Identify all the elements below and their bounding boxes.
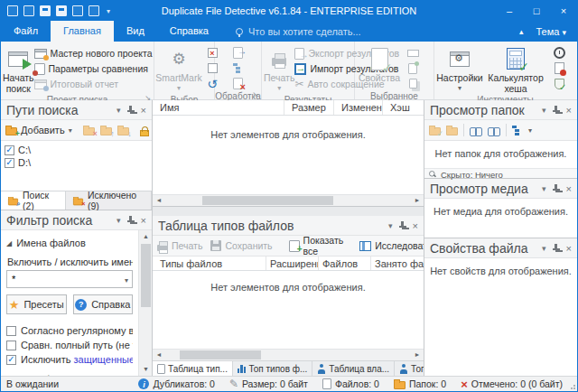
error-log-button[interactable] <box>551 61 567 75</box>
horizontal-splitter[interactable] <box>153 207 424 216</box>
exclude-protected-checkbox-row[interactable]: Исключить защищенные типы файлов <box>6 352 133 367</box>
panel-menu-icon[interactable]: ▾ <box>542 106 546 115</box>
new-project-icon[interactable] <box>7 5 18 16</box>
filetype-save-button[interactable]: Сохранить <box>210 240 272 251</box>
pattern-input[interactable] <box>7 271 132 287</box>
close-panel-icon[interactable]: × <box>141 105 146 116</box>
pattern-combo[interactable]: ▾ <box>6 270 133 288</box>
print-icon[interactable] <box>72 5 83 16</box>
file-actions-button[interactable] <box>230 61 247 75</box>
folder-check-icon[interactable]: ✓ <box>429 127 441 135</box>
path-checkbox[interactable] <box>5 158 14 168</box>
help-button[interactable]: ? Справка <box>73 294 134 314</box>
section-file-names[interactable]: ◢ Имена файлов <box>6 235 133 251</box>
minimize-button[interactable]: – <box>496 1 523 21</box>
move-path-up-icon[interactable]: ↑ <box>100 127 112 135</box>
scrollbar-thumb[interactable] <box>141 244 151 307</box>
find-icon[interactable] <box>470 127 482 135</box>
panel-menu-icon[interactable]: ▾ <box>117 106 121 115</box>
start-search-button[interactable]: Начать поиск <box>3 44 34 94</box>
tab-owner-table[interactable]: Таблица вла... <box>312 361 395 376</box>
show-all-button[interactable]: + Показать все <box>289 235 344 257</box>
delete-files-button[interactable]: × <box>230 77 247 90</box>
path-row[interactable]: C:\ <box>5 144 148 156</box>
pin-icon[interactable] <box>553 244 560 252</box>
processing-dialog-launcher[interactable]: ↘ <box>252 89 258 101</box>
smartmark-button[interactable]: ⚙ SmartMark ▾ <box>156 44 201 94</box>
close-panel-icon[interactable]: × <box>413 220 418 231</box>
hash-calculator-button[interactable]: ✓ Калькулятор хеша <box>483 44 548 94</box>
close-button[interactable]: × <box>550 1 577 21</box>
close-panel-icon[interactable]: × <box>566 105 572 116</box>
column-file-types[interactable]: Типы файлов <box>153 257 266 270</box>
protected-types-link[interactable]: защищенные типы файлов <box>73 354 133 365</box>
panel-menu-icon[interactable]: ▾ <box>388 221 393 230</box>
fullpath-checkbox-row[interactable]: Сравн. полный путь (не только имя) <box>6 338 133 352</box>
summary-report-button[interactable]: Итоговый отчет <box>34 77 153 91</box>
move-path-down-icon[interactable]: ↓ <box>117 127 129 135</box>
close-panel-icon[interactable]: × <box>566 243 572 254</box>
print-results-button[interactable]: Печать ▾ <box>264 44 294 94</box>
remove-path-icon[interactable]: × <box>83 127 95 135</box>
move-files-button[interactable]: → <box>230 46 247 60</box>
exclude-protected-checkbox[interactable] <box>6 355 16 365</box>
pin-icon[interactable] <box>553 106 560 114</box>
tab-file[interactable]: Файл <box>1 21 51 42</box>
new-project-wizard-button[interactable]: Мастер нового проекта <box>34 46 153 61</box>
results-hscrollbar[interactable]: ◄ ► <box>153 194 424 206</box>
column-occupied[interactable]: Занято файлами <box>371 257 424 270</box>
regex-checkbox[interactable] <box>6 326 16 336</box>
combo-caret-icon[interactable]: ▾ <box>125 276 128 285</box>
close-panel-icon[interactable]: × <box>141 215 146 226</box>
resize-grip[interactable] <box>568 382 575 389</box>
open-project-icon[interactable] <box>23 5 34 16</box>
copy-path-button[interactable] <box>405 77 421 90</box>
fullpath-checkbox[interactable] <box>6 341 16 350</box>
maximize-button[interactable]: □ <box>523 1 550 21</box>
find-next-icon[interactable] <box>488 127 500 135</box>
panel-menu-icon[interactable]: ▾ <box>117 216 121 225</box>
column-modified[interactable]: Изменено <box>334 100 383 115</box>
tab-filetype-table[interactable]: Таблица тип... <box>153 361 233 376</box>
filter-scrollbar[interactable]: ▲ ▼ <box>138 230 152 376</box>
rename-button[interactable] <box>405 46 421 60</box>
column-extension[interactable]: Расширение <box>266 257 319 270</box>
open-file-button[interactable] <box>405 61 421 75</box>
collapse-ribbon-icon[interactable]: ▴ <box>519 27 524 36</box>
scrollbar-thumb[interactable] <box>202 196 333 205</box>
pin-icon[interactable] <box>127 216 135 224</box>
tab-excluded-paths[interactable]: × Исключено (9) <box>66 191 152 210</box>
properties-button[interactable]: ✓ Свойства <box>357 44 402 90</box>
tree-view-caret[interactable]: ▾ <box>528 126 532 135</box>
pin-icon[interactable] <box>127 106 135 114</box>
settings-button[interactable]: ⚙ Настройки ▾ <box>436 44 483 94</box>
pin-icon[interactable] <box>553 184 560 192</box>
tree-view-icon[interactable] <box>512 126 523 135</box>
explore-button[interactable]: Исследовать <box>359 240 432 251</box>
panel-menu-icon[interactable]: ▾ <box>542 244 546 253</box>
save-icon[interactable] <box>40 5 51 16</box>
folder-uncheck-icon[interactable] <box>446 127 458 135</box>
close-panel-icon[interactable]: × <box>566 183 572 194</box>
filetype-hscrollbar[interactable]: ◄ ► <box>153 349 424 360</box>
tell-me-search[interactable]: Что вы хотите сделать... <box>236 21 361 42</box>
column-hash[interactable]: Хэш <box>383 100 424 115</box>
column-files[interactable]: Файлов <box>319 257 371 270</box>
tab-top-types[interactable]: Топ типов ф... <box>233 361 312 376</box>
add-path-button[interactable]: + Добавить ▾ <box>5 125 72 135</box>
column-name[interactable]: Имя <box>153 100 284 115</box>
panel-menu-icon[interactable]: ▾ <box>542 184 546 193</box>
path-checkbox[interactable] <box>5 145 14 155</box>
path-row[interactable]: D:\ <box>5 156 148 169</box>
theme-menu[interactable]: Тема ▾ <box>536 26 567 37</box>
qat-customize-icon[interactable]: ▾ <box>107 7 110 15</box>
tab-view[interactable]: Вид <box>114 21 157 42</box>
column-size[interactable]: Размер <box>284 100 334 115</box>
protected-types-button[interactable] <box>551 77 567 90</box>
scrollbar-thumb[interactable] <box>180 350 261 359</box>
filetype-print-button[interactable]: Печать <box>157 240 202 251</box>
presets-button[interactable]: ★ Пресеты <box>6 294 67 314</box>
scheduler-button[interactable] <box>551 46 567 60</box>
tab-home[interactable]: Главная <box>51 21 114 42</box>
tab-help[interactable]: Справка <box>157 21 221 42</box>
